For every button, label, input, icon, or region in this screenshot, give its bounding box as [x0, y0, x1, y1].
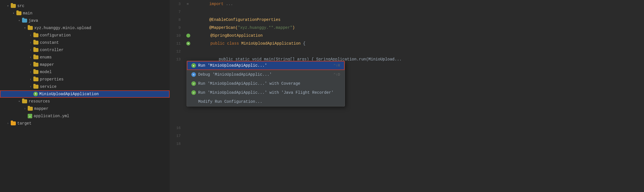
- code-editor: 3 ⊞ import ... 7 8 @EnableConfigurationP…: [170, 0, 644, 192]
- line-content-18: [190, 141, 193, 146]
- class-brace: {: [301, 41, 306, 46]
- arrow-main: [11, 11, 16, 16]
- tree-item-resources[interactable]: resources: [0, 98, 170, 105]
- tree-item-java[interactable]: java: [0, 17, 170, 24]
- fold-3[interactable]: ⊞: [185, 1, 190, 6]
- menu-modify-left: Modify Run Configuration...: [191, 99, 262, 104]
- tree-label-configuration: configuration: [40, 33, 71, 38]
- folder-icon-constant: [33, 41, 38, 45]
- menu-run-icon: [191, 63, 196, 68]
- tree-label-properties: properties: [40, 77, 64, 82]
- fold-7: [185, 9, 190, 14]
- gutter-11[interactable]: [185, 42, 191, 45]
- tree-item-service[interactable]: service: [0, 83, 170, 90]
- tree-item-target[interactable]: target: [0, 120, 170, 127]
- menu-recorder-label: Run 'MinioUploadApiApplic...' with 'Java…: [198, 90, 334, 95]
- menu-debug-shortcut: ⌃⇧D: [334, 72, 340, 77]
- arrow-target: [6, 121, 10, 126]
- code-line-17: 17: [170, 132, 644, 140]
- fold-12: [185, 49, 190, 54]
- folder-icon-mapper: [33, 63, 38, 67]
- code-line-18: 18: [170, 140, 644, 148]
- keyword-public: public: [210, 41, 227, 46]
- code-line-3: 3 ⊞ import ...: [170, 0, 644, 8]
- menu-coverage-left: ↺ Run 'MinioUploadApiApplic...' with Cov…: [191, 81, 300, 86]
- tree-label-controller: controller: [40, 48, 64, 52]
- tree-item-configuration[interactable]: configuration: [0, 32, 170, 39]
- fold-8: [185, 17, 190, 22]
- line-content-3: import ...: [190, 0, 233, 11]
- context-menu-run[interactable]: Run 'MinioUploadApiApplic...' ⌃⇧R: [187, 61, 345, 70]
- arrow-controller: [28, 48, 33, 52]
- menu-debug-icon: ⚙: [191, 72, 196, 77]
- tree-label-resources: resources: [29, 99, 50, 104]
- line-num-18: 18: [170, 142, 185, 146]
- keyword-class: class: [227, 41, 241, 46]
- tree-label-target: target: [17, 121, 31, 126]
- tree-item-package[interactable]: xyz.huanggy.minio.upload: [0, 24, 170, 32]
- tree-item-constant[interactable]: constant: [0, 39, 170, 46]
- import-dots: ...: [226, 2, 233, 6]
- folder-icon-service: [33, 85, 38, 89]
- arrow-mapper: [28, 62, 33, 67]
- tree-item-main[interactable]: main: [0, 10, 170, 17]
- tree-item-minio-app[interactable]: S MinioUploadApiApplication: [0, 90, 170, 98]
- tree-label-main: main: [23, 11, 33, 16]
- menu-recorder-left: ↺ Run 'MinioUploadApiApplic...' with 'Ja…: [191, 90, 334, 95]
- tree-item-application-yml[interactable]: y application.yml: [0, 112, 170, 120]
- line-num-12: 12: [170, 49, 185, 54]
- tree-label-mapper: mapper: [40, 62, 54, 67]
- fold-17: [185, 133, 190, 138]
- arrow-service: [28, 84, 33, 89]
- spring-boot-gutter-icon: [186, 34, 190, 38]
- context-menu-coverage[interactable]: ↺ Run 'MinioUploadApiApplic...' with Cov…: [187, 79, 345, 88]
- menu-run-label: Run 'MinioUploadApiApplic...': [198, 63, 267, 68]
- arrow-configuration: [28, 33, 33, 38]
- run-gutter-icon[interactable]: [186, 42, 190, 45]
- menu-debug-left: ⚙ Debug 'MinioUploadApiApplic...': [191, 72, 272, 77]
- tree-item-src[interactable]: src: [0, 2, 170, 10]
- class-name: MinioUploadApiApplication: [241, 41, 301, 46]
- folder-icon-java: [22, 19, 27, 23]
- arrow-src: [6, 4, 10, 8]
- folder-icon-controller: [33, 48, 38, 52]
- tree-item-mapper[interactable]: mapper: [0, 61, 170, 68]
- code-line-11: 11 public class MinioUploadApiApplicatio…: [170, 40, 644, 47]
- tree-item-properties[interactable]: properties: [0, 76, 170, 83]
- arrow-package: [23, 26, 27, 30]
- menu-modify-label: Modify Run Configuration...: [198, 99, 262, 104]
- context-menu-debug[interactable]: ⚙ Debug 'MinioUploadApiApplic...' ⌃⇧D: [187, 70, 345, 79]
- line-num-11: 11: [170, 42, 185, 46]
- folder-icon-enums: [33, 55, 38, 59]
- context-menu-modify[interactable]: Modify Run Configuration...: [187, 97, 345, 106]
- menu-coverage-icon: ↺: [191, 81, 196, 86]
- arrow-java: [17, 18, 21, 23]
- folder-icon-configuration: [33, 33, 38, 37]
- menu-recorder-icon: ↺: [191, 90, 196, 95]
- folder-icon-mapper-res: [28, 107, 33, 111]
- mapper-scan-close: ): [292, 25, 295, 30]
- code-line-16: 16: [170, 124, 644, 132]
- line-content-17: [190, 134, 193, 138]
- tree-item-enums[interactable]: enums: [0, 54, 170, 61]
- tree-label-mapper-res: mapper: [34, 106, 48, 111]
- folder-icon-package: [28, 26, 33, 30]
- tree-label-model: model: [40, 70, 52, 74]
- line-num-7: 7: [170, 10, 185, 14]
- tree-item-controller[interactable]: controller: [0, 46, 170, 54]
- menu-run-shortcut: ⌃⇧R: [334, 63, 340, 68]
- arrow-constant: [28, 40, 33, 45]
- context-menu-recorder[interactable]: ↺ Run 'MinioUploadApiApplic...' with 'Ja…: [187, 88, 345, 97]
- line-num-10: 10: [170, 34, 185, 38]
- spring-icon-minio-app: S: [33, 92, 38, 96]
- arrow-minio-app: [28, 92, 33, 96]
- tree-label-package: xyz.huanggy.minio.upload: [34, 26, 91, 30]
- tree-label-constant: constant: [40, 40, 59, 45]
- file-tree: src main java xyz.huanggy.minio.upload c…: [0, 0, 170, 192]
- tree-item-model[interactable]: model: [0, 68, 170, 76]
- line-num-17: 17: [170, 134, 185, 138]
- tree-item-mapper-res[interactable]: mapper: [0, 105, 170, 112]
- fold-16: [185, 125, 190, 130]
- tree-label-service: service: [40, 84, 57, 89]
- line-num-16: 16: [170, 126, 185, 130]
